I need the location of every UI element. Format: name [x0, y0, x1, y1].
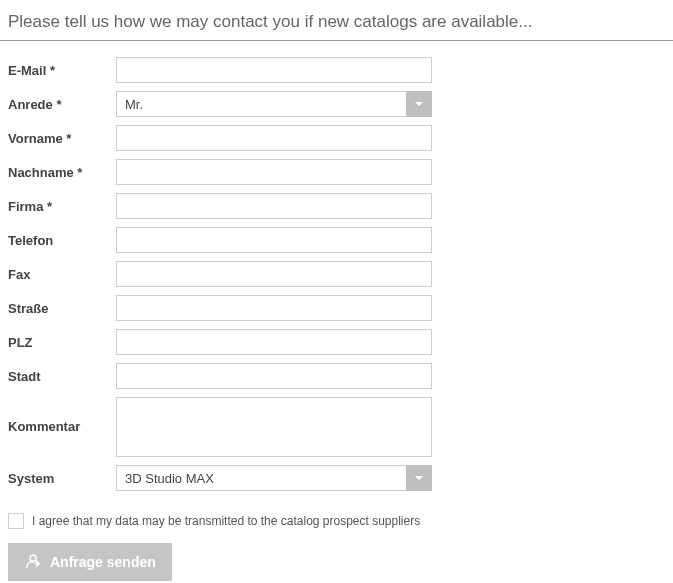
kommentar-label: Kommentar [8, 397, 116, 434]
stadt-input[interactable] [116, 363, 432, 389]
form-heading: Please tell us how we may contact you if… [0, 0, 673, 41]
system-select-value[interactable]: 3D Studio MAX [116, 465, 406, 491]
system-select[interactable]: 3D Studio MAX [116, 465, 432, 491]
firma-input[interactable] [116, 193, 432, 219]
plz-label: PLZ [8, 329, 116, 350]
chevron-down-icon [415, 100, 423, 108]
nachname-label: Nachname * [8, 159, 116, 180]
nachname-input[interactable] [116, 159, 432, 185]
plz-input[interactable] [116, 329, 432, 355]
firma-label: Firma * [8, 193, 116, 214]
email-label: E-Mail * [8, 57, 116, 78]
svg-point-0 [30, 555, 36, 561]
fax-label: Fax [8, 261, 116, 282]
vorname-input[interactable] [116, 125, 432, 151]
strasse-input[interactable] [116, 295, 432, 321]
anrede-select[interactable]: Mr. [116, 91, 432, 117]
send-icon [24, 553, 42, 571]
telefon-label: Telefon [8, 227, 116, 248]
stadt-label: Stadt [8, 363, 116, 384]
email-input[interactable] [116, 57, 432, 83]
kommentar-textarea[interactable] [116, 397, 432, 457]
chevron-down-icon [415, 474, 423, 482]
consent-checkbox[interactable] [8, 513, 24, 529]
system-label: System [8, 465, 116, 486]
telefon-input[interactable] [116, 227, 432, 253]
vorname-label: Vorname * [8, 125, 116, 146]
consent-label: I agree that my data may be transmitted … [32, 514, 420, 528]
anrede-select-button[interactable] [406, 91, 432, 117]
anrede-label: Anrede * [8, 91, 116, 112]
submit-button-label: Anfrage senden [50, 554, 156, 570]
system-select-button[interactable] [406, 465, 432, 491]
submit-button[interactable]: Anfrage senden [8, 543, 172, 581]
anrede-select-value[interactable]: Mr. [116, 91, 406, 117]
form-container: E-Mail * Anrede * Mr. Vorname * Nachname… [0, 41, 673, 583]
fax-input[interactable] [116, 261, 432, 287]
strasse-label: Straße [8, 295, 116, 316]
